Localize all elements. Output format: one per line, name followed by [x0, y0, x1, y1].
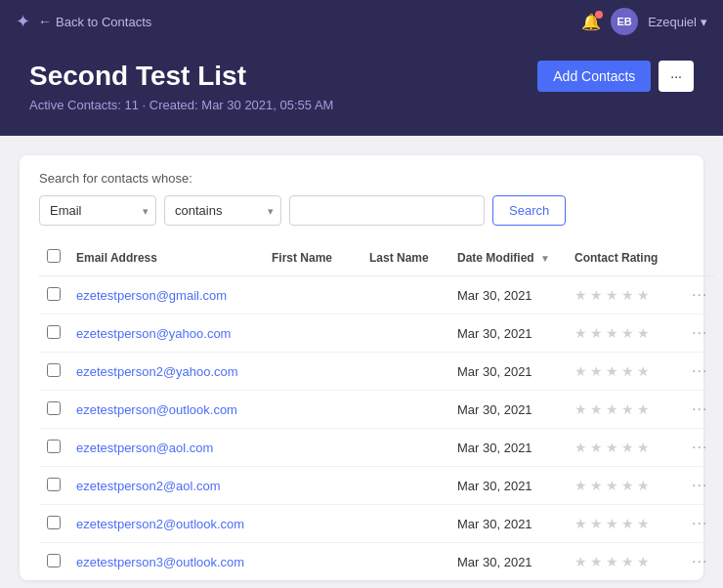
star-4[interactable]: ★ — [621, 401, 634, 417]
email-link[interactable]: ezetestperson2@outlook.com — [76, 517, 244, 531]
star-2[interactable]: ★ — [590, 516, 603, 531]
row-more-button[interactable]: ··· — [692, 400, 707, 417]
star-1[interactable]: ★ — [574, 440, 587, 455]
star-4[interactable]: ★ — [621, 325, 634, 341]
row-checkbox-4[interactable] — [47, 440, 61, 453]
row-more-button[interactable]: ··· — [692, 286, 707, 303]
user-menu[interactable]: Ezequiel ▾ — [648, 15, 707, 29]
star-1[interactable]: ★ — [574, 478, 587, 493]
star-3[interactable]: ★ — [606, 554, 618, 569]
email-link[interactable]: ezetestperson@aol.com — [76, 441, 213, 455]
page-title: Second Test List — [29, 61, 333, 92]
star-4[interactable]: ★ — [621, 516, 634, 531]
star-1[interactable]: ★ — [574, 401, 587, 417]
rating-cell[interactable]: ★★★★★ — [567, 276, 684, 315]
star-3[interactable]: ★ — [606, 325, 618, 341]
star-3[interactable]: ★ — [606, 440, 618, 455]
col-header-actions — [684, 239, 715, 276]
rating-cell[interactable]: ★★★★★ — [567, 353, 684, 391]
star-5[interactable]: ★ — [637, 478, 650, 493]
date-modified-cell: Mar 30, 2021 — [449, 467, 567, 505]
rating-cell[interactable]: ★★★★★ — [567, 505, 684, 543]
star-1[interactable]: ★ — [574, 287, 587, 303]
row-more-button[interactable]: ··· — [692, 553, 707, 569]
email-link[interactable]: ezetestperson3@outlook.com — [76, 555, 244, 569]
star-rating[interactable]: ★★★★★ — [574, 516, 676, 531]
search-button[interactable]: Search — [492, 195, 566, 226]
header-info: Second Test List Active Contacts: 11 · C… — [29, 61, 333, 112]
table-row: ezetestperson3@outlook.comMar 30, 2021★★… — [39, 543, 715, 581]
star-2[interactable]: ★ — [590, 325, 603, 341]
star-5[interactable]: ★ — [637, 325, 650, 341]
col-header-firstname: First Name — [264, 239, 362, 276]
email-link[interactable]: ezetestperson@yahoo.com — [76, 326, 231, 341]
date-modified-cell: Mar 30, 2021 — [449, 276, 567, 315]
star-rating[interactable]: ★★★★★ — [574, 478, 676, 493]
star-4[interactable]: ★ — [621, 363, 634, 379]
email-link[interactable]: ezetestperson2@yahoo.com — [76, 364, 238, 379]
star-rating[interactable]: ★★★★★ — [574, 554, 676, 569]
star-4[interactable]: ★ — [621, 554, 634, 569]
star-1[interactable]: ★ — [574, 516, 587, 531]
star-3[interactable]: ★ — [606, 478, 618, 493]
star-1[interactable]: ★ — [574, 325, 587, 341]
row-checkbox-7[interactable] — [47, 554, 61, 567]
star-2[interactable]: ★ — [590, 287, 603, 303]
star-5[interactable]: ★ — [637, 401, 650, 417]
rating-cell[interactable]: ★★★★★ — [567, 467, 684, 505]
add-contacts-button[interactable]: Add Contacts — [537, 61, 651, 92]
search-input[interactable] — [289, 195, 485, 226]
condition-select[interactable]: contains equals starts with — [164, 195, 281, 226]
star-5[interactable]: ★ — [637, 440, 650, 455]
star-1[interactable]: ★ — [574, 554, 587, 569]
star-2[interactable]: ★ — [590, 478, 603, 493]
star-5[interactable]: ★ — [637, 554, 650, 569]
col-header-date-modified[interactable]: Date Modified ▼ — [449, 239, 567, 276]
back-to-contacts-link[interactable]: ← Back to Contacts — [38, 14, 151, 29]
row-checkbox-5[interactable] — [47, 478, 61, 491]
more-options-button[interactable]: ··· — [659, 61, 694, 92]
star-3[interactable]: ★ — [606, 363, 618, 379]
star-rating[interactable]: ★★★★★ — [574, 440, 676, 455]
star-4[interactable]: ★ — [621, 478, 634, 493]
row-checkbox-2[interactable] — [47, 363, 61, 377]
star-5[interactable]: ★ — [637, 363, 650, 379]
email-link[interactable]: ezetestperson2@aol.com — [76, 479, 221, 493]
star-rating[interactable]: ★★★★★ — [574, 325, 676, 341]
rating-cell[interactable]: ★★★★★ — [567, 429, 684, 467]
row-more-button[interactable]: ··· — [692, 439, 707, 455]
row-checkbox-0[interactable] — [47, 287, 61, 301]
avatar[interactable]: EB — [611, 8, 638, 35]
star-5[interactable]: ★ — [637, 516, 650, 531]
star-2[interactable]: ★ — [590, 363, 603, 379]
row-more-button[interactable]: ··· — [692, 362, 707, 379]
row-more-button[interactable]: ··· — [692, 324, 707, 341]
notification-icon[interactable]: 🔔 — [581, 13, 601, 31]
star-5[interactable]: ★ — [637, 287, 650, 303]
select-all-checkbox[interactable] — [47, 249, 61, 263]
rating-cell[interactable]: ★★★★★ — [567, 315, 684, 353]
star-2[interactable]: ★ — [590, 401, 603, 417]
row-checkbox-3[interactable] — [47, 401, 61, 415]
star-1[interactable]: ★ — [574, 363, 587, 379]
star-2[interactable]: ★ — [590, 554, 603, 569]
star-rating[interactable]: ★★★★★ — [574, 401, 676, 417]
field-select[interactable]: Email First Name Last Name — [39, 195, 156, 226]
star-4[interactable]: ★ — [621, 287, 634, 303]
star-4[interactable]: ★ — [621, 440, 634, 455]
row-checkbox-6[interactable] — [47, 516, 61, 529]
star-rating[interactable]: ★★★★★ — [574, 363, 676, 379]
contacts-table: Email Address First Name Last Name Date … — [39, 239, 715, 580]
email-link[interactable]: ezetestperson@gmail.com — [76, 288, 227, 303]
star-2[interactable]: ★ — [590, 440, 603, 455]
rating-cell[interactable]: ★★★★★ — [567, 543, 684, 581]
row-checkbox-1[interactable] — [47, 325, 61, 339]
rating-cell[interactable]: ★★★★★ — [567, 391, 684, 429]
star-3[interactable]: ★ — [606, 287, 618, 303]
row-more-button[interactable]: ··· — [692, 515, 707, 531]
row-more-button[interactable]: ··· — [692, 477, 707, 493]
email-link[interactable]: ezetestperson@outlook.com — [76, 402, 237, 417]
star-3[interactable]: ★ — [606, 516, 618, 531]
star-3[interactable]: ★ — [606, 401, 618, 417]
star-rating[interactable]: ★★★★★ — [574, 287, 676, 303]
